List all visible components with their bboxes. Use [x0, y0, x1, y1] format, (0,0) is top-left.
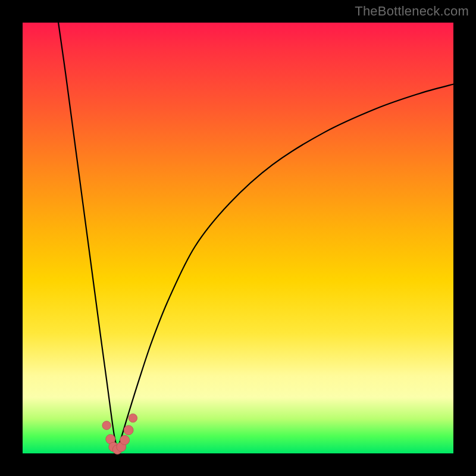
chart-frame: TheBottleneck.com: [0, 0, 476, 476]
curve-right-branch: [117, 84, 453, 449]
marker-dot: [102, 421, 111, 430]
bottom-marker-cluster: [102, 414, 137, 454]
marker-dot: [120, 436, 130, 445]
curve-left-branch: [58, 23, 117, 449]
marker-dot: [129, 414, 137, 422]
watermark-text: TheBottleneck.com: [355, 4, 469, 19]
marker-dot: [124, 425, 133, 435]
curve-svg: [23, 23, 453, 453]
plot-area: [23, 23, 453, 453]
